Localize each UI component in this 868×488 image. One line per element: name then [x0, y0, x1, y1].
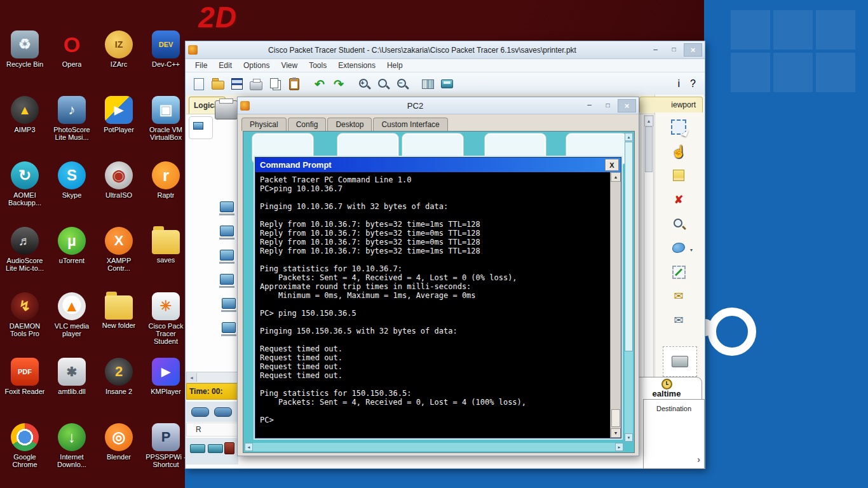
realtime-clock-bar[interactable]: Time: 00:	[186, 383, 238, 400]
desktop-icon-aimp3[interactable]: ▲ AIMP3	[1, 95, 48, 160]
print-icon[interactable]	[248, 76, 264, 92]
router-category-icon[interactable]	[191, 407, 209, 417]
pc2-titlebar[interactable]: PC2	[238, 97, 639, 114]
menu-item[interactable]: Options	[238, 61, 275, 70]
menu-item[interactable]: File	[189, 61, 213, 70]
scrollbar-thumb[interactable]	[611, 409, 620, 427]
expand-panel-icon[interactable]: ›	[697, 454, 700, 464]
desktop-icon-virtualbox[interactable]: ▣ Oracle VM VirtualBox	[142, 95, 189, 160]
save-icon[interactable]	[229, 76, 245, 92]
redo-icon[interactable]: ↷	[330, 76, 347, 92]
menu-item[interactable]: Help	[381, 61, 409, 70]
packet-tracer-titlebar[interactable]: Cisco Packet Tracer Student - C:\Users\z…	[186, 41, 705, 59]
scroll-up-icon[interactable]: ▲	[644, 116, 653, 126]
add-simple-pdu-tool[interactable]: ✉	[663, 285, 695, 307]
pc2-minimize-button[interactable]	[581, 99, 598, 111]
menu-item[interactable]: Extensions	[332, 61, 381, 70]
network-device-icon[interactable]	[222, 298, 236, 309]
add-complex-pdu-tool[interactable]: ✉	[663, 309, 695, 331]
printer-device-icon[interactable]	[215, 100, 238, 119]
desktop-icon-raptr[interactable]: r Raptr	[142, 160, 189, 226]
menu-item[interactable]: View	[275, 61, 303, 70]
tab-realtime[interactable]: ealtime	[631, 377, 702, 400]
device-model-icon[interactable]	[224, 442, 234, 454]
pc2-maximize-button[interactable]	[599, 99, 616, 111]
network-device-icon[interactable]	[220, 274, 234, 285]
scrollbar-thumb[interactable]	[645, 126, 653, 172]
place-note-tool[interactable]	[663, 165, 695, 186]
desktop-icon-amtlib[interactable]: ✱ amtlib.dll	[48, 356, 95, 422]
desktop-icon-dev-cpp[interactable]: DEV Dev-C++	[142, 29, 189, 95]
maximize-button[interactable]	[665, 43, 682, 55]
palette-dialog-icon[interactable]	[419, 76, 436, 92]
desktop-vertical-scrollbar[interactable]: ▲ ▼	[625, 133, 633, 442]
select-tool[interactable]	[663, 116, 695, 138]
desktop-icon-ppsspp[interactable]: P PPSSPPWi - Shortcut	[142, 422, 189, 487]
desktop-icon-new-folder-1[interactable]: New folder	[95, 291, 142, 356]
scroll-down-icon[interactable]: ▼	[625, 433, 633, 442]
cluster-navigation-panel[interactable]	[189, 116, 213, 139]
workspace-horizontal-scrollbar[interactable]: ◄	[186, 372, 240, 383]
command-prompt-close-button[interactable]: X	[605, 159, 619, 171]
desktop-icon-blender[interactable]: ◎ Blender	[95, 422, 142, 487]
delete-tool[interactable]: ✘	[663, 189, 695, 210]
undo-icon[interactable]: ↶	[311, 76, 328, 92]
terminal-scrollbar[interactable]: ▲ ▼	[610, 172, 621, 438]
scrollbar-thumb[interactable]	[625, 142, 633, 351]
information-button[interactable]: i	[678, 78, 681, 90]
desktop-icon-insane2[interactable]: 2 Insane 2	[95, 356, 142, 422]
scroll-up-icon[interactable]: ▲	[625, 133, 633, 141]
desktop-icon-google-chrome[interactable]: Google Chrome	[1, 422, 48, 487]
pc2-tab[interactable]: Config	[288, 118, 327, 131]
desktop-icon-recycle-bin[interactable]: ♻ Recycle Bin	[1, 29, 48, 95]
copy-icon[interactable]	[267, 76, 283, 92]
desktop-icon-opera[interactable]: O Opera	[48, 29, 95, 95]
menu-item[interactable]: Edit	[213, 61, 238, 70]
menu-item[interactable]: Tools	[303, 61, 332, 70]
open-file-icon[interactable]	[210, 76, 226, 92]
desktop-icon-skype[interactable]: S Skype	[48, 160, 95, 226]
zoom-in-icon[interactable]: +	[356, 76, 372, 92]
desktop-icon-potplayer[interactable]: ▶ PotPlayer	[95, 95, 142, 160]
desktop-icon-utorrent[interactable]: µ uTorrent	[48, 226, 95, 291]
viewport-toggle[interactable]: iewport	[639, 97, 703, 112]
network-device-icon[interactable]	[220, 226, 234, 236]
pc2-close-button[interactable]	[618, 99, 636, 112]
network-device-icon[interactable]	[220, 250, 234, 261]
desktop-icon-xampp[interactable]: X XAMPP Contr...	[95, 226, 142, 291]
desktop-icon-daemon-tools[interactable]: ↯ DAEMON Tools Pro	[1, 291, 48, 356]
network-device-icon[interactable]	[222, 322, 236, 333]
desktop-horizontal-scrollbar[interactable]: ◄ ►	[245, 443, 623, 451]
desktop-icon-vlc[interactable]: ▲ VLC media player	[48, 291, 95, 356]
move-layout-tool[interactable]: ☝	[663, 140, 695, 162]
inspect-tool[interactable]	[663, 213, 695, 234]
desktop-icon-ultraiso[interactable]: ◉ UltraISO	[95, 160, 142, 226]
desktop-icon-idm[interactable]: ↓ Internet Downlo...	[48, 422, 95, 487]
desktop-icon-packet-tracer[interactable]: ✳ Cisco Pack Tracer Student	[142, 291, 189, 356]
close-button[interactable]	[684, 43, 702, 57]
desktop-icon-foxit-reader[interactable]: PDF Foxit Reader	[1, 356, 48, 422]
desktop-icon-izarc[interactable]: IZ IZArc	[95, 29, 142, 95]
resize-shape-tool[interactable]	[663, 261, 695, 283]
desktop-icon-photoscore[interactable]: ♪ PhotoScore Lite Musi...	[48, 95, 95, 160]
zoom-out-icon[interactable]: −	[394, 76, 410, 92]
desktop-icon-aomei[interactable]: ↻ AOMEI Backupp...	[1, 160, 48, 226]
minimize-button[interactable]	[647, 43, 664, 55]
desktop-icon-audioscore[interactable]: ♬ AudioScore Lite Mic-to...	[1, 226, 48, 291]
zoom-reset-icon[interactable]	[375, 76, 391, 92]
paste-icon[interactable]	[286, 76, 302, 92]
new-file-icon[interactable]	[191, 76, 207, 92]
help-button[interactable]: ?	[690, 78, 696, 90]
switch-category-icon[interactable]	[214, 407, 232, 417]
pc2-tab[interactable]: Custom Interface	[373, 118, 447, 131]
command-prompt-titlebar[interactable]: Command Prompt X	[255, 158, 621, 172]
device-model-icon[interactable]	[208, 444, 223, 453]
scroll-right-icon[interactable]: ►	[615, 443, 623, 451]
custom-devices-icon[interactable]	[438, 76, 455, 92]
device-model-icon[interactable]	[190, 444, 205, 453]
pc2-tab[interactable]: Desktop	[327, 118, 372, 131]
network-device-icon[interactable]	[220, 201, 234, 212]
draw-shape-tool[interactable]: ▾	[663, 237, 695, 259]
scroll-up-icon[interactable]: ▲	[611, 172, 621, 182]
scroll-down-icon[interactable]: ▼	[611, 428, 621, 438]
